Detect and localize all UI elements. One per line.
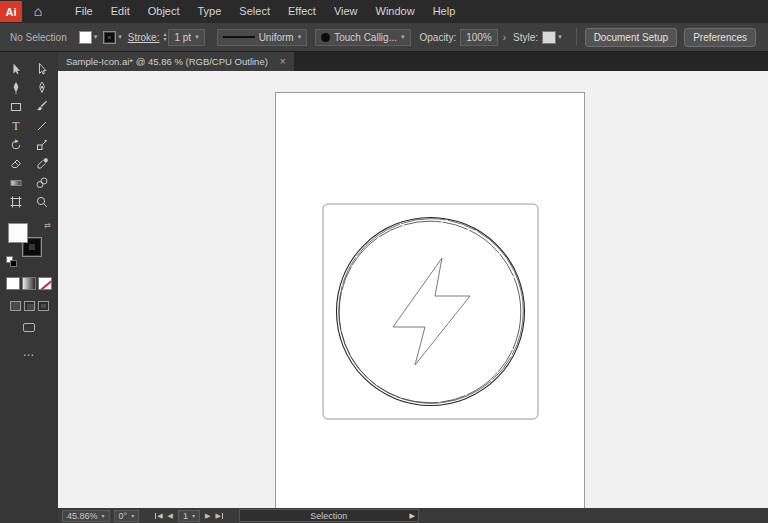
chevron-down-icon[interactable]: ▾ [102,512,105,519]
status-text: Selection [310,511,347,521]
gradient-button[interactable] [22,277,36,290]
chevron-down-icon[interactable]: ▾ [131,512,134,519]
draw-inside-button[interactable] [38,301,49,311]
opacity-field[interactable]: 100% [460,29,498,46]
opacity-value: 100% [466,32,492,43]
next-artboard-button[interactable]: ▶ [205,512,210,520]
rotate-tool[interactable] [3,135,29,154]
width-profile-select[interactable]: Uniform ▾ [217,29,308,46]
tools-panel: T ⇄ [0,52,58,523]
artboard[interactable] [275,92,585,508]
stroke-color-swatch[interactable] [103,31,116,44]
canvas[interactable] [58,71,768,508]
stroke-weight-stepper[interactable]: ▴ ▾ [163,32,166,42]
menu-help[interactable]: Help [424,0,465,23]
eraser-tool-icon [9,157,23,171]
type-tool[interactable]: T [3,116,29,135]
curvature-tool-icon [35,81,49,95]
swap-fill-stroke-icon[interactable]: ⇄ [44,221,51,230]
chevron-down-icon[interactable]: ▾ [195,33,199,41]
chevron-down-icon[interactable]: ▾ [298,33,302,41]
brush-preview-icon [321,33,330,42]
app-logo-icon[interactable]: Ai [0,1,22,22]
rotation-select[interactable]: 0° ▾ [114,510,140,522]
chevron-right-icon[interactable]: › [503,32,506,43]
gradient-tool-icon [9,176,23,190]
stroke-panel-link[interactable]: Stroke: [128,32,160,43]
document-tab-title: Sample-Icon.ai* @ 45.86 % (RGB/CPU Outli… [66,56,268,67]
artboard-tool[interactable] [3,192,29,211]
previous-artboard-button[interactable]: ◀ [168,512,173,520]
preferences-button[interactable]: Preferences [684,28,756,47]
direct-selection-tool[interactable] [29,59,55,78]
fill-stroke-indicator: ⇄ [6,223,52,267]
menu-edit[interactable]: Edit [102,0,139,23]
status-menu-arrow-icon[interactable]: ▶ [409,512,414,520]
menu-effect[interactable]: Effect [279,0,325,23]
graphic-style-swatch[interactable] [542,31,556,44]
chevron-down-icon[interactable]: ▾ [118,33,122,41]
zoom-tool-icon [35,195,49,209]
gradient-tool[interactable] [3,173,29,192]
artwork [275,92,585,508]
rectangle-tool[interactable] [3,97,29,116]
default-fill-stroke-icon[interactable] [6,256,17,267]
screen-mode-button[interactable] [23,323,35,332]
pen-tool[interactable] [3,78,29,97]
status-bar: 45.86% ▾ 0° ▾ ◀ ◀ 1 ▾ ▶ ▶ Selection ▶ [58,508,768,523]
artboard-number-field[interactable]: 1 ▾ [178,510,200,522]
color-button[interactable] [6,277,20,290]
brush-name: Touch Callig... [334,32,397,43]
menu-select[interactable]: Select [230,0,279,23]
menu-view[interactable]: View [325,0,367,23]
screen-mode-icon [23,323,35,332]
menu-file[interactable]: File [66,0,102,23]
paintbrush-tool[interactable] [29,97,55,116]
zoom-value: 45.86% [67,511,98,521]
curvature-tool[interactable] [29,78,55,97]
color-mode-buttons [6,277,52,290]
zoom-select[interactable]: 45.86% ▾ [62,510,110,522]
control-bar: No Selection ▾ ▾ Stroke: ▴ ▾ 1 pt ▾ Unif… [0,23,768,52]
chevron-down-icon[interactable]: ▾ [401,33,405,41]
svg-text:T: T [12,119,20,133]
last-artboard-button[interactable]: ▶ [215,512,222,520]
scale-tool[interactable] [29,135,55,154]
lightning-bolt-path[interactable] [393,258,470,365]
style-label: Style: [513,32,538,43]
rounded-square-path[interactable] [323,204,538,419]
none-button[interactable] [38,277,52,290]
document-setup-button[interactable]: Document Setup [585,28,678,47]
zoom-tool[interactable] [29,192,55,211]
status-display[interactable]: Selection ▶ [239,509,419,522]
selection-tool[interactable] [3,59,29,78]
blend-tool[interactable] [29,173,55,192]
line-segment-tool[interactable] [29,116,55,135]
brush-definition-select[interactable]: Touch Callig... ▾ [315,29,410,46]
close-icon[interactable]: × [280,56,286,67]
stroke-weight-field[interactable]: 1 pt ▾ [168,29,204,46]
edit-toolbar-button[interactable]: … [23,345,36,359]
eraser-tool[interactable] [3,154,29,173]
artboard-tool-icon [9,195,23,209]
first-artboard-button[interactable]: ◀ [155,512,162,520]
rotation-value: 0° [119,511,128,521]
fill-color-swatch[interactable] [79,31,92,44]
stepper-down-icon[interactable]: ▾ [163,37,166,42]
drawing-mode-buttons [10,301,49,311]
fill-indicator[interactable] [8,223,28,243]
sketch-circle-path[interactable] [337,218,525,406]
chevron-down-icon[interactable]: ▾ [94,33,98,41]
document-tab[interactable]: Sample-Icon.ai* @ 45.86 % (RGB/CPU Outli… [58,52,294,71]
line-segment-tool-icon [35,119,49,133]
eyedropper-tool[interactable] [29,154,55,173]
draw-behind-button[interactable] [24,301,35,311]
home-icon[interactable]: ⌂ [24,1,52,22]
draw-normal-button[interactable] [10,301,21,311]
width-profile-value: Uniform [259,32,294,43]
menu-object[interactable]: Object [139,0,189,23]
chevron-down-icon[interactable]: ▾ [558,33,562,41]
menu-type[interactable]: Type [189,0,231,23]
menu-window[interactable]: Window [367,0,424,23]
chevron-down-icon[interactable]: ▾ [192,512,195,519]
